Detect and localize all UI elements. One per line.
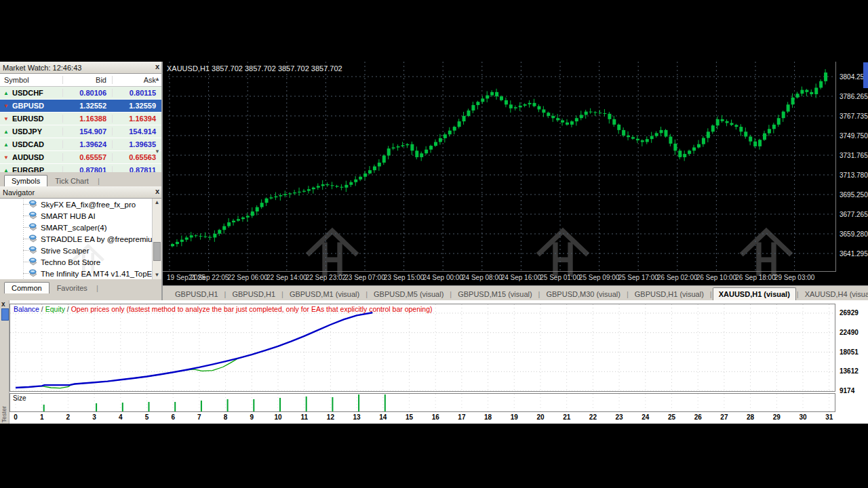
tester-x-label: 1: [40, 413, 44, 421]
tester-y-label: 26929: [840, 309, 859, 317]
tester-panel: x Tester Balance / Equity / Open prices …: [0, 300, 868, 424]
candlestick-chart[interactable]: [168, 62, 835, 272]
chart-tab[interactable]: GBPUSD,H1: [226, 288, 281, 300]
navigator-list: SkyFX EA_fix@free_fx_proSMART HUB AISMAR…: [0, 199, 161, 279]
tester-side-strip: x Tester: [0, 300, 9, 424]
time-tick-label: 26 Sep 18:00: [735, 274, 776, 281]
chart-tab[interactable]: GBPUSD,H1: [170, 288, 224, 300]
bid-cell: 0.65557: [62, 153, 112, 161]
market-watch-tabs: SymbolsTick Chart|: [0, 172, 161, 186]
tab-common[interactable]: Common: [4, 282, 50, 293]
navigator-ea-item[interactable]: SMART HUB AI: [0, 210, 161, 222]
chart-tab[interactable]: GBPUSD,M1 (visual): [284, 288, 365, 300]
chart-tab[interactable]: GBPUSD,M15 (visual): [452, 288, 537, 300]
symbol-cell: ▼EURUSD: [0, 115, 62, 123]
navigator-ea-item[interactable]: STRADDLE EA by @freepremium: [0, 233, 161, 245]
scroll-up-icon[interactable]: ▲: [153, 199, 161, 206]
tab-tick-chart[interactable]: Tick Chart: [47, 175, 96, 186]
balance-equity-chart: [10, 304, 835, 391]
bid-cell: 0.87801: [62, 166, 112, 172]
symbol-name: USDCHF: [12, 89, 43, 97]
navigator-ea-item[interactable]: SkyFX EA_fix@free_fx_pro: [0, 199, 161, 210]
scrollbar-thumb[interactable]: [153, 242, 161, 261]
expert-advisor-icon: [28, 269, 38, 278]
tester-vertical-label: Tester: [1, 406, 7, 423]
bid-cell: 154.907: [62, 127, 112, 136]
symbol-cell: ▼GBPUSD: [0, 102, 62, 110]
ea-name: Strive Scalper: [41, 247, 90, 255]
column-ask[interactable]: Ask: [112, 76, 161, 84]
price-tick-label: 3731.765: [840, 152, 868, 159]
tester-y-label: 22490: [840, 328, 859, 336]
legend-note: Open prices only (fastest method to anal…: [71, 305, 433, 313]
tab-favorites[interactable]: Favorites: [50, 282, 95, 293]
navigator-scrollbar[interactable]: ▲ ▼: [152, 199, 161, 279]
price-axis[interactable]: 3804.2503786.2653767.7353749.7503731.765…: [835, 62, 868, 272]
close-icon[interactable]: x: [155, 187, 159, 195]
legend-balance: Balance: [14, 305, 39, 313]
market-watch-row[interactable]: ▲USDCHF0.801060.80115: [0, 87, 161, 100]
ea-name: SMART_scalper(4): [41, 224, 107, 232]
time-tick-label: 24 Sep 08:00: [462, 274, 502, 281]
chart-tab[interactable]: XAUUSD,H1 (visual): [713, 287, 796, 300]
ask-cell: 154.914: [112, 127, 161, 136]
time-tick-label: 22 Sep 23:02: [306, 274, 347, 281]
time-tick-label: 22 Sep 06:00: [227, 274, 268, 281]
symbol-cell: ▲EURGBP: [0, 166, 62, 172]
market-watch-row[interactable]: ▼EURUSD1.163881.16394: [0, 113, 161, 125]
market-watch-row[interactable]: ▲USDJPY154.907154.914: [0, 125, 161, 138]
ea-name: Techno Bot Store: [41, 258, 100, 266]
tester-strip-marker[interactable]: [1, 308, 9, 321]
time-tick-label: 25 Sep 01:00: [540, 274, 580, 281]
scroll-down-icon[interactable]: ▼: [155, 149, 160, 155]
chart-tab[interactable]: GBPUSD,M5 (visual): [368, 288, 449, 300]
scroll-down-icon[interactable]: ▼: [153, 272, 161, 279]
tester-x-label: 26: [694, 413, 702, 421]
size-panel[interactable]: Size: [9, 393, 835, 412]
column-symbol[interactable]: Symbol: [0, 76, 62, 84]
navigator-ea-item[interactable]: SMART_scalper(4): [0, 222, 161, 233]
time-axis[interactable]: 19 Sep 202521 Sep 22:0522 Sep 06:0022 Se…: [163, 271, 835, 286]
tester-x-axis: 0123456789101112131415161718192021222324…: [9, 413, 835, 424]
navigator-ea-item[interactable]: Techno Bot Store: [0, 256, 161, 268]
market-watch-row[interactable]: ▲EURGBP0.878010.87811: [0, 164, 161, 172]
tester-graph[interactable]: [9, 304, 835, 392]
tester-x-label: 3: [92, 413, 96, 421]
expert-advisor-icon: [28, 235, 38, 243]
navigator-ea-item[interactable]: Strive Scalper: [0, 245, 161, 256]
tester-x-label: 29: [773, 413, 781, 421]
chart-tab[interactable]: XAUUSD,H4 (visual): [800, 288, 868, 300]
time-tick-label: 23 Sep 15:00: [384, 274, 425, 281]
close-icon[interactable]: x: [1, 300, 5, 308]
market-watch-row[interactable]: ▼GBPUSD1.325521.32559: [0, 100, 161, 113]
column-bid[interactable]: Bid: [62, 76, 112, 84]
chart-tab[interactable]: GBPUSD,H1 (visual): [629, 288, 709, 300]
price-tick-label: 3677.265: [840, 211, 868, 218]
tab-separator: |: [709, 288, 713, 300]
ea-name: SMART HUB AI: [41, 212, 96, 220]
ask-cell: 1.32559: [112, 102, 161, 110]
close-icon[interactable]: x: [155, 62, 159, 70]
navigator-ea-item[interactable]: The Infinity EA MT4 v1.41_TopE: [0, 268, 161, 279]
market-watch-header[interactable]: Symbol Bid Ask ▲: [0, 74, 161, 87]
symbol-cell: ▲USDJPY: [0, 127, 62, 136]
tester-x-label: 19: [511, 413, 518, 421]
price-tick-label: 3767.735: [840, 113, 868, 120]
chart-window[interactable]: XAUUSD,H1 3857.702 3857.702 3857.702 385…: [163, 62, 868, 285]
tester-x-label: 10: [274, 413, 281, 421]
time-tick-label: 26 Sep 02:00: [657, 274, 698, 281]
market-watch-row[interactable]: ▲USDCAD1.396241.39635: [0, 138, 161, 151]
expert-advisor-icon: [28, 258, 38, 266]
chart-vertical-scrollbar[interactable]: [863, 62, 868, 88]
arrow-down-icon: ▼: [3, 116, 9, 122]
left-panel-column: Market Watch: 12:46:43 x Symbol Bid Ask …: [0, 62, 163, 300]
market-watch-row[interactable]: ▼AUDUSD0.655570.65563: [0, 151, 161, 164]
tab-symbols[interactable]: Symbols: [4, 175, 47, 186]
tester-x-label: 0: [14, 413, 18, 421]
size-bar-chart: [10, 394, 835, 411]
scroll-up-icon[interactable]: ▲: [155, 77, 160, 82]
tester-x-label: 12: [327, 413, 334, 421]
symbol-cell: ▲USDCHF: [0, 89, 62, 97]
symbol-cell: ▲USDCAD: [0, 140, 62, 148]
chart-tab[interactable]: GBPUSD,M30 (visual): [540, 288, 625, 300]
